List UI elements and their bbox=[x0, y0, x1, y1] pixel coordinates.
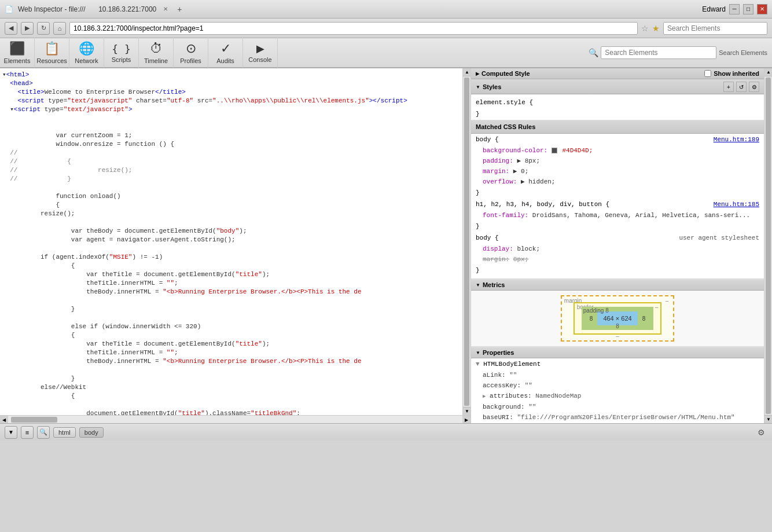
code-line: } bbox=[0, 375, 462, 383]
prop-val-baseuri: "file:///Program%20Files/EnterpriseBrows… bbox=[517, 414, 734, 421]
main-area: ▾<html> <head> <title>Welcome to Enterpr… bbox=[0, 68, 772, 423]
close-btn[interactable]: ✕ bbox=[757, 4, 767, 14]
prop-val-display: block; bbox=[517, 245, 540, 252]
reload-btn[interactable]: ↻ bbox=[37, 22, 50, 35]
code-line bbox=[0, 401, 462, 409]
code-scrollbar[interactable]: ▲ ▼ bbox=[462, 68, 470, 415]
hscroll-thumb[interactable] bbox=[11, 417, 57, 423]
right-panel-scrollbar[interactable]: ▲ ▼ bbox=[764, 68, 772, 423]
box-margin: margin – – border – padding 8 8 464 × 62… bbox=[561, 295, 674, 342]
search-elements-input[interactable] bbox=[601, 46, 716, 59]
tab-resources[interactable]: 📋 Resources bbox=[35, 38, 69, 68]
tab-timeline-label: Timeline bbox=[144, 57, 168, 64]
tab-audits[interactable]: ✓ Audits bbox=[208, 38, 243, 68]
tab-timeline[interactable]: ⏱ Timeline bbox=[139, 38, 174, 68]
titlebar-left: 📄 Web Inspector - file:/// 10.186.3.221:… bbox=[5, 5, 182, 14]
source-link-h1[interactable]: Menu.htm:185 bbox=[714, 200, 759, 209]
style-rule-body2: user agent stylesheet body { bbox=[471, 232, 764, 244]
matched-css-header: Matched CSS Rules bbox=[471, 120, 764, 134]
style-rule-element-close: } bbox=[471, 108, 764, 120]
right-panel: ▶ Computed Style Show inherited ▼ Styles… bbox=[471, 68, 772, 423]
code-hscrollbar[interactable]: ◀ ▶ bbox=[0, 415, 470, 423]
code-line: theTitle.innerHTML = ""; bbox=[0, 279, 462, 288]
bottom-btn-3[interactable]: 🔍 bbox=[37, 426, 50, 439]
maximize-btn[interactable]: □ bbox=[743, 4, 753, 14]
bottom-btn-2[interactable]: ≡ bbox=[21, 426, 34, 439]
breadcrumb-body[interactable]: body bbox=[79, 427, 104, 438]
styles-gear-btn[interactable]: ⚙ bbox=[749, 82, 759, 92]
code-line: else if (window.innerWidth <= 320) bbox=[0, 322, 462, 331]
tab-elements[interactable]: ⬛ Elements bbox=[0, 38, 35, 68]
scroll-thumb[interactable] bbox=[464, 78, 469, 406]
box-border: border – padding 8 8 464 × 624 8 8 bbox=[574, 302, 661, 335]
code-line bbox=[0, 184, 462, 192]
profiles-icon: ⊙ bbox=[186, 41, 196, 56]
prop-padding: padding: ▶ 8px; bbox=[471, 156, 764, 166]
prop-name-background: background: bbox=[483, 403, 528, 410]
network-icon: 🌐 bbox=[79, 41, 94, 56]
border-dash: – bbox=[655, 304, 659, 310]
code-line: { bbox=[0, 201, 462, 210]
right-scroll-up-btn[interactable]: ▲ bbox=[764, 68, 772, 76]
selector-body2: body { bbox=[476, 234, 499, 241]
back-btn[interactable]: ◀ bbox=[5, 22, 17, 35]
timeline-icon: ⏱ bbox=[150, 41, 163, 56]
code-content[interactable]: ▾<html> <head> <title>Welcome to Enterpr… bbox=[0, 68, 462, 415]
code-line bbox=[0, 123, 462, 131]
source-link-body1[interactable]: Menu.htm:189 bbox=[714, 135, 759, 144]
bookmark-star[interactable]: ☆ bbox=[641, 24, 649, 33]
code-line: ▾<html> bbox=[0, 71, 462, 79]
show-inherited-label: Show inherited bbox=[714, 70, 759, 77]
code-line: // resize(); bbox=[0, 166, 462, 175]
code-line: { bbox=[0, 392, 462, 401]
right-scroll-down-btn[interactable]: ▼ bbox=[764, 415, 772, 423]
tab-scripts[interactable]: { } Scripts bbox=[104, 38, 139, 68]
styles-add-btn[interactable]: + bbox=[723, 82, 734, 92]
prop-attributes[interactable]: ▶ attributes: NamedNodeMap bbox=[471, 391, 764, 402]
home-btn[interactable]: ⌂ bbox=[53, 22, 66, 35]
bookmark-icon[interactable]: ★ bbox=[652, 24, 660, 33]
prop-display: display: block; bbox=[471, 244, 764, 254]
scroll-down-btn[interactable]: ▼ bbox=[463, 407, 470, 415]
tab-console[interactable]: ▶ Console bbox=[243, 38, 278, 68]
show-inherited-checkbox[interactable] bbox=[704, 70, 711, 77]
metrics-triangle: ▼ bbox=[476, 282, 480, 288]
style-rule-body1-close: } bbox=[471, 187, 764, 199]
breadcrumb-body-label: body bbox=[84, 429, 98, 436]
styles-refresh-btn[interactable]: ↺ bbox=[736, 82, 747, 92]
code-line: else//Webkit bbox=[0, 383, 462, 392]
active-tab-close[interactable]: ✕ bbox=[163, 6, 168, 12]
address-input[interactable] bbox=[69, 22, 638, 35]
prop-name-overflow: overflow: bbox=[483, 178, 521, 185]
tab-profiles[interactable]: ⊙ Profiles bbox=[174, 38, 208, 68]
settings-btn[interactable]: ⚙ bbox=[755, 426, 767, 439]
properties-panel[interactable]: ▼ HTMLBodyElement aLink: "" accessKey: "… bbox=[471, 358, 764, 423]
hscroll-left-btn[interactable]: ◀ bbox=[0, 416, 8, 423]
prop-val-alink: "" bbox=[509, 372, 517, 379]
tab-profiles-label: Profiles bbox=[180, 57, 201, 64]
scroll-up-btn[interactable]: ▲ bbox=[463, 68, 470, 76]
code-line: // { bbox=[0, 157, 462, 166]
code-line: var agent = navigator.userAgent.toString… bbox=[0, 236, 462, 244]
code-line bbox=[0, 314, 462, 322]
bottom-btn-1[interactable]: ▼ bbox=[5, 426, 17, 439]
code-line: resize(); bbox=[0, 210, 462, 218]
console-icon: ▶ bbox=[256, 42, 264, 55]
computed-style-triangle: ▶ bbox=[476, 71, 479, 76]
hscroll-right-btn[interactable]: ▶ bbox=[462, 416, 470, 423]
prop-val-padding: ▶ 8px; bbox=[517, 157, 540, 164]
tab-resources-label: Resources bbox=[36, 57, 67, 64]
tab-network[interactable]: 🌐 Network bbox=[69, 38, 104, 68]
content-dimensions: 464 × 624 bbox=[603, 315, 631, 322]
right-scroll-thumb[interactable] bbox=[766, 78, 771, 414]
new-tab-btn[interactable]: + bbox=[177, 5, 182, 14]
browser-search-input[interactable] bbox=[663, 22, 767, 35]
address-bar: ◀ ▶ ↻ ⌂ ☆ ★ bbox=[0, 19, 772, 38]
code-line: var theBody = document.getElementById("b… bbox=[0, 227, 462, 236]
prop-expand-attributes[interactable]: ▶ bbox=[483, 394, 486, 399]
prop-font-family: font-family: DroidSans, Tahoma, Geneva, … bbox=[471, 210, 764, 221]
styles-actions: + ↺ ⚙ bbox=[723, 82, 759, 92]
forward-btn[interactable]: ▶ bbox=[21, 22, 34, 35]
breadcrumb-html[interactable]: html bbox=[53, 427, 76, 438]
minimize-btn[interactable]: ─ bbox=[729, 4, 740, 14]
